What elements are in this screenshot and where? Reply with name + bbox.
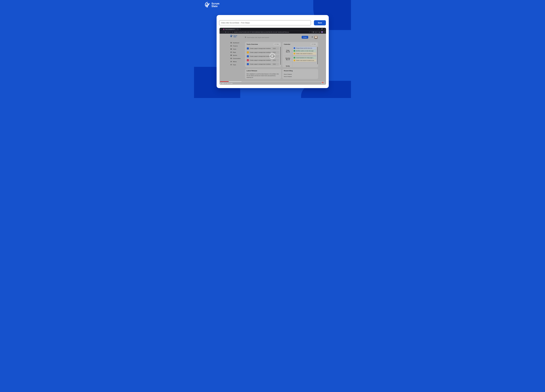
sidebar-item-conversation: Conversation [230,58,241,59]
status-badge: To Do [272,59,276,61]
sidebar-item-tasks: Tasks [230,48,236,50]
status-badge: To Do [272,51,276,53]
page-background: Scrum Slate Save Xd Project Management 2… [194,0,351,98]
url-text: xd.adobe.com/view/78c19953-e038-4707-8b5… [234,32,308,33]
video-editor-card: Save Xd Project Management 2 × + – × ← → [217,15,329,88]
day-label: SundayMar, 10 [283,62,292,67]
volume-button[interactable] [224,82,226,84]
tab-title: Project Management 2 [225,29,237,30]
forward-icon: → [222,30,224,34]
video-progress-bar[interactable] [220,81,325,82]
play-icon [271,55,274,57]
row-menu-kebab-icon: ⋮ [277,51,279,54]
app-logo: Scrum Slate [230,35,237,38]
day-label: SaturdayMar, 09 [283,56,292,62]
quality-settings-button[interactable]: HD [321,82,323,84]
bug-icon [230,52,232,53]
big-play-button[interactable] [270,53,275,59]
day-label: FridayMar, 08 [283,46,292,56]
grid-icon [230,42,232,43]
tasks-scrollbar [280,47,281,65]
task-row: Create a page to manage team members To … [246,47,279,50]
status-badge: To Do [272,63,276,65]
browser-tab-strip: Xd Project Management 2 × + – × [220,28,326,30]
task-checklist-icon [247,51,249,53]
scrumslate-logo-icon [205,2,211,8]
adobe-xd-favicon: Xd [223,29,224,30]
video-frame-browser-window: Xd Project Management 2 × + – × ← → ↻ ⌂ [220,28,326,85]
tab-close-icon: × [237,29,238,30]
search-bar: Search project, task, bug by name keywor… [245,36,269,38]
search-placeholder: Search project, task, bug by name keywor… [247,37,269,38]
note-pen-icon [230,45,232,47]
reload-icon: ↻ [225,30,226,34]
played-segment [220,81,229,82]
calendar-title: Calendar [284,43,290,45]
calendar-event: Create a new session for about us pa… [293,59,316,62]
search-icon [245,36,246,38]
task-checklist-icon [247,55,249,57]
sidebar-item-projects: Projects [230,45,238,47]
sprint-icon [294,50,295,52]
latest-release-panel: Latest Release We're delighted to unveil… [245,69,281,79]
task-checklist-icon [294,47,295,49]
task-checklist-icon [294,53,295,54]
gauge-icon [230,54,232,56]
home-icon: ⌂ [227,30,229,34]
sidebar-item-sprints: Sprints [230,54,237,56]
calendar-day-row: FridayMar, 08 Change Kansan and list vie… [283,46,317,56]
back-icon: ← [220,30,221,34]
sidebar-item-bugs: Bugs [230,51,236,53]
create-button: Create [302,36,308,39]
address-bar: xd.adobe.com/view/78c19953-e038-4707-8b5… [231,31,311,33]
window-close-icon: × [324,28,326,30]
window-restore-icon [321,28,323,30]
filters-icon [312,44,313,45]
extensions-puzzle-icon [315,30,317,34]
play-button[interactable]: ▶ [220,82,222,84]
user-avatar [314,36,318,39]
sidebar-item-dashboard: Dashboard [230,42,239,43]
resent-blog-panel: Resent Blog How to Features How to Featu… [282,69,318,79]
fullscreen-icon [324,83,325,84]
calendar-event: Create a new session for about us… [293,52,316,55]
bug-icon [247,59,249,61]
sprint-icon [294,57,295,59]
calendar-event: Create illustrations for empty page (… [293,56,316,59]
resent-blog-title: Resent Blog [284,70,293,72]
row-menu-kebab-icon: ⋮ [277,63,279,65]
latest-release-title: Latest Release [247,70,257,72]
browser-profile-avatar [321,30,323,34]
fullscreen-button[interactable] [323,82,325,84]
calendar-filters-button: Filters [310,43,317,45]
new-tab-icon: + [240,28,241,30]
row-menu-kebab-icon: ⋮ [277,55,279,58]
browser-toolbar: ← → ↻ ⌂ xd.adobe.com/view/78c19953-e038-… [220,30,326,34]
next-button[interactable]: ▶ [222,82,224,84]
brand-name: Scrum Slate [211,2,219,7]
blog-link: How to Features [284,76,292,77]
calendar-panel: Calendar Filters FridayMar, 08 [282,42,318,67]
status-badge: To Do [272,48,276,49]
video-surface[interactable]: Scrum Slate Search project, task, bug by… [220,34,326,85]
row-menu-kebab-icon: ⋮ [277,59,279,61]
blocker-icon [313,30,314,34]
app-logo-text: Scrum Slate [234,35,237,37]
hd-badge: HD [322,82,323,83]
player-controls: ▶ ▶ 3:35 / 1:17:35 HD [220,82,326,84]
tasks-filters-button: Filters [273,43,280,45]
save-button[interactable]: Save [314,20,326,25]
brand-logo: Scrum Slate [205,2,219,8]
browser-menu-kebab-icon: ⋮ [324,30,325,34]
sidebar-item-team: Team [230,64,236,66]
task-checklist-icon [247,63,249,65]
downloads-icon [318,30,320,34]
calendar-table: FridayMar, 08 Change Kansan and list vie… [283,46,317,67]
time-display: 3:35 / 1:17:35 [226,82,232,84]
svg-text:W: W [231,61,231,62]
calendar-event: Change Kansan and list view icon [293,47,316,49]
video-title-input[interactable] [219,20,311,25]
browser-tab: Xd Project Management 2 × [222,28,239,30]
blog-link: How to Features [284,74,292,75]
tasks-overview-title: Tasks Overview [247,43,258,45]
